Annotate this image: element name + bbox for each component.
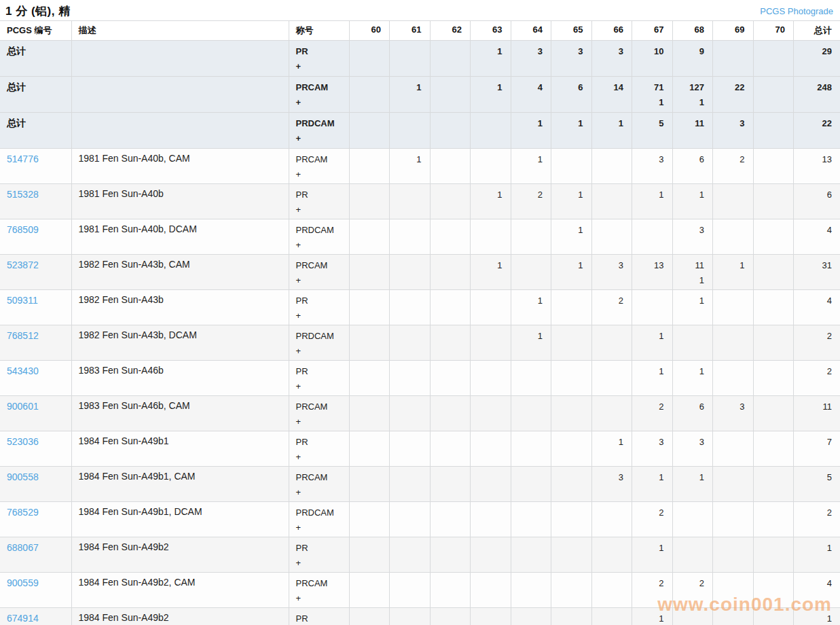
- pcgs-number-link[interactable]: 900558: [7, 471, 39, 482]
- grade-61-cell: [390, 113, 431, 149]
- pcgs-number-cell: 523872: [0, 255, 71, 290]
- grade-count: 6: [558, 81, 583, 94]
- grade-69-cell: [713, 184, 754, 219]
- pcgs-number-link[interactable]: 768529: [7, 507, 39, 518]
- grade-plus-count: [558, 614, 583, 625]
- description-cell: 1981 Fen Sun-A40b, CAM: [71, 149, 289, 184]
- grade-plus-count: [680, 380, 705, 393]
- grade-count: 2: [518, 188, 543, 201]
- grade-plus-count: [639, 592, 664, 605]
- grade-67-cell: 13: [632, 255, 673, 290]
- pcgs-number-link[interactable]: 900559: [7, 577, 39, 588]
- grade-plus-count: [518, 168, 543, 181]
- grade-plus-count: [558, 203, 583, 216]
- grade-count: 1: [477, 188, 503, 201]
- grade-65-cell: [551, 502, 592, 537]
- designation-label: PRDCAM: [296, 329, 341, 342]
- grade-plus-count: [680, 203, 705, 216]
- grade-plus-count: [558, 60, 583, 73]
- pcgs-number-cell: 509311: [0, 290, 71, 325]
- designation-plus-label: +: [296, 380, 341, 393]
- pcgs-number-link[interactable]: 688067: [7, 542, 39, 553]
- col-header-69: 69: [713, 21, 754, 41]
- grade-67-cell: 1: [632, 467, 673, 502]
- col-header-67: 67: [632, 21, 673, 41]
- grade-70-cell: [753, 502, 794, 537]
- grade-plus-count: [397, 226, 422, 238]
- grade-plus-count: [639, 226, 664, 238]
- col-header-65: 65: [551, 21, 592, 41]
- pcgs-number-link[interactable]: 523036: [7, 436, 39, 447]
- grade-60-cell: [349, 608, 390, 625]
- total-plus-count: [801, 344, 832, 357]
- grade-65-cell: 3: [551, 41, 592, 77]
- grade-plus-count: [720, 415, 745, 428]
- pcgs-number-link[interactable]: 523872: [7, 260, 39, 270]
- grade-66-cell: 1: [591, 113, 632, 149]
- pcgs-number-link[interactable]: 768509: [7, 224, 39, 235]
- grade-plus-count: [761, 543, 786, 556]
- grade-plus-count: [680, 332, 705, 344]
- pcgs-number-link[interactable]: 509311: [7, 295, 38, 306]
- grade-64-cell: [511, 396, 551, 431]
- grade-70-cell: [753, 77, 794, 113]
- total-count: 1: [801, 612, 832, 625]
- grade-60-cell: [349, 184, 390, 219]
- pcgs-number-link[interactable]: 514776: [7, 154, 39, 164]
- pcgs-number-link[interactable]: 900601: [7, 401, 39, 412]
- grade-plus-count: [599, 450, 624, 463]
- grade-plus-count: [437, 438, 462, 450]
- grade-67-cell: 1: [632, 537, 673, 573]
- grade-plus-count: [680, 543, 705, 556]
- grade-count: 14: [599, 81, 624, 94]
- pcgs-number-cell: 总计: [0, 77, 71, 113]
- grade-62-cell: [430, 113, 471, 149]
- grade-plus-count: [680, 60, 705, 73]
- grade-plus-count: [599, 155, 624, 168]
- grade-plus-count: [518, 543, 543, 556]
- grade-plus-count: [397, 168, 422, 181]
- grade-plus-count: [477, 296, 503, 309]
- designation-label: PRDCAM: [296, 117, 341, 130]
- grade-plus-count: [599, 367, 624, 380]
- grade-plus-count: [599, 402, 624, 415]
- grade-67-cell: 2: [632, 396, 673, 431]
- pcgs-number-link[interactable]: 674914: [7, 613, 39, 624]
- grade-plus-count: [761, 119, 786, 132]
- grade-plus-count: [437, 508, 462, 521]
- grade-plus-count: [518, 96, 543, 109]
- grade-67-cell: 2: [632, 573, 673, 608]
- total-cell: 4: [794, 290, 840, 325]
- grade-plus-count: [397, 332, 422, 344]
- grade-60-cell: [349, 77, 390, 113]
- grade-plus-count: [720, 614, 745, 625]
- grade-69-cell: [713, 431, 754, 467]
- total-plus-count: [801, 203, 832, 216]
- grade-plus-count: [357, 332, 382, 344]
- pcgs-number-link[interactable]: 515328: [7, 189, 39, 200]
- grade-count: 127: [680, 81, 705, 94]
- designation-plus-label: +: [296, 592, 341, 605]
- grade-count: 71: [639, 81, 664, 94]
- grade-plus-count: [761, 579, 786, 592]
- grade-count: 1: [477, 259, 503, 272]
- pcgs-number-link[interactable]: 543430: [7, 365, 39, 376]
- grade-plus-count: [437, 47, 462, 60]
- pcgs-photograde-link[interactable]: PCGS Photograde: [760, 6, 833, 16]
- pcgs-number-link[interactable]: 768512: [7, 330, 39, 341]
- grade-plus-count: [680, 415, 705, 428]
- total-count: 2: [801, 506, 832, 519]
- grade-70-cell: [753, 573, 794, 608]
- grade-count: 1: [397, 153, 422, 166]
- grade-plus-count: [357, 367, 382, 380]
- grade-plus-count: [477, 60, 503, 73]
- grade-count: 1: [720, 259, 745, 272]
- grade-67-cell: 3: [632, 149, 673, 184]
- grade-plus-count: [599, 274, 624, 287]
- total-count: 31: [801, 259, 832, 272]
- grade-plus-count: [639, 521, 664, 534]
- designation-label: PR: [296, 435, 341, 448]
- grade-61-cell: [390, 608, 431, 625]
- grade-plus-count: [720, 296, 745, 309]
- grade-62-cell: [430, 149, 471, 184]
